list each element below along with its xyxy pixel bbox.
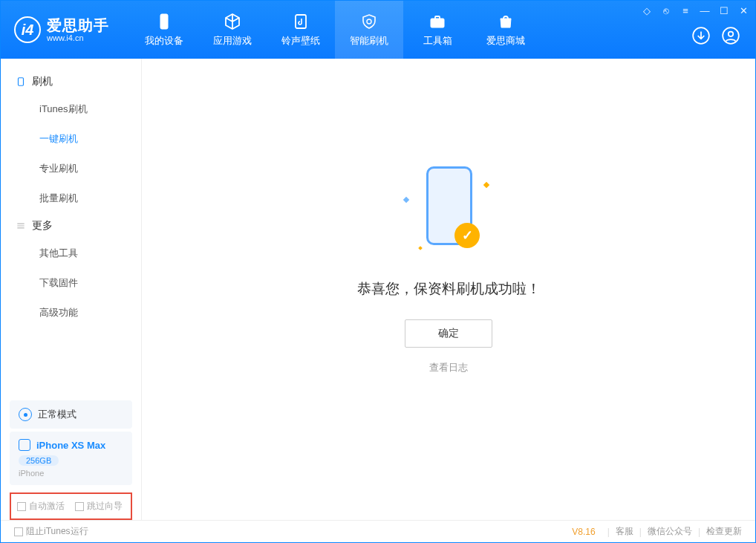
highlighted-options: 自动激活 跳过向导 bbox=[10, 492, 132, 520]
close-button[interactable]: ✕ bbox=[737, 5, 749, 16]
sidebar-item-other-tools[interactable]: 其他工具 bbox=[1, 238, 141, 268]
device-name: iPhone XS Max bbox=[36, 440, 105, 451]
device-icon bbox=[16, 77, 26, 87]
view-log-link[interactable]: 查看日志 bbox=[429, 361, 468, 374]
footer: 阻止iTunes运行 V8.16 | 客服 | 微信公众号 | 检查更新 bbox=[1, 520, 755, 542]
nav-label: 铃声壁纸 bbox=[281, 34, 320, 48]
section-label: 更多 bbox=[32, 219, 53, 233]
checkbox-block-itunes[interactable]: 阻止iTunes运行 bbox=[14, 525, 88, 538]
checkbox-icon bbox=[14, 527, 23, 536]
wechat-link[interactable]: 微信公众号 bbox=[648, 525, 692, 538]
refresh-shield-icon bbox=[359, 12, 379, 31]
sidebar: 刷机 iTunes刷机 一键刷机 专业刷机 批量刷机 更多 其他工具 下载固件 … bbox=[1, 59, 142, 520]
bag-icon bbox=[496, 12, 515, 31]
svg-point-6 bbox=[729, 32, 734, 37]
sidebar-section-flash: 刷机 bbox=[1, 69, 141, 94]
window-controls: ◇ ⎋ ≡ — ☐ ✕ bbox=[641, 5, 749, 16]
section-label: 刷机 bbox=[32, 75, 53, 88]
download-icon[interactable] bbox=[691, 26, 711, 48]
nav-toolbox[interactable]: 工具箱 bbox=[403, 1, 472, 59]
app-logo: i4 爱思助手 www.i4.cn bbox=[1, 16, 123, 43]
checkbox-auto-activate[interactable]: 自动激活 bbox=[17, 500, 65, 513]
check-update-link[interactable]: 检查更新 bbox=[706, 525, 742, 538]
svg-rect-3 bbox=[435, 16, 440, 19]
checkbox-label: 自动激活 bbox=[29, 500, 65, 513]
device-capacity: 256GB bbox=[19, 455, 59, 466]
menu-icon[interactable]: ≡ bbox=[680, 5, 691, 16]
support-link[interactable]: 客服 bbox=[616, 525, 633, 538]
nav-label: 我的设备 bbox=[145, 34, 183, 48]
top-nav: 我的设备 应用游戏 铃声壁纸 智能刷机 工具箱 爱思商城 bbox=[130, 1, 540, 59]
success-message: 恭喜您，保资料刷机成功啦！ bbox=[357, 279, 541, 299]
version-label: V8.16 bbox=[572, 527, 595, 537]
device-mode-box[interactable]: 正常模式 bbox=[10, 400, 132, 429]
checkbox-label: 跳过向导 bbox=[87, 500, 123, 513]
sidebar-item-pro-flash[interactable]: 专业刷机 bbox=[1, 154, 141, 183]
nav-label: 工具箱 bbox=[423, 34, 452, 48]
device-type: iPhone bbox=[19, 469, 123, 478]
nav-ringtones[interactable]: 铃声壁纸 bbox=[267, 1, 335, 59]
checkbox-label: 阻止iTunes运行 bbox=[26, 525, 88, 538]
cube-icon bbox=[223, 12, 242, 31]
nav-apps-games[interactable]: 应用游戏 bbox=[198, 1, 267, 59]
svg-rect-1 bbox=[296, 15, 306, 28]
header: i4 爱思助手 www.i4.cn 我的设备 应用游戏 铃声壁纸 智能刷机 工具… bbox=[1, 1, 755, 59]
success-illustration: ✓ bbox=[397, 160, 501, 264]
checkbox-icon bbox=[17, 502, 26, 511]
sidebar-item-download-firmware[interactable]: 下载固件 bbox=[1, 268, 141, 298]
minimize-button[interactable]: — bbox=[699, 5, 711, 16]
checkbox-icon bbox=[75, 502, 84, 511]
music-icon bbox=[291, 12, 310, 31]
lock-icon[interactable]: ⎋ bbox=[660, 5, 672, 16]
ok-button[interactable]: 确定 bbox=[405, 319, 492, 348]
checkbox-skip-guide[interactable]: 跳过向导 bbox=[75, 500, 123, 513]
logo-subtitle: www.i4.cn bbox=[47, 33, 109, 42]
sidebar-item-oneclick-flash[interactable]: 一键刷机 bbox=[1, 124, 141, 154]
svg-point-5 bbox=[723, 27, 739, 44]
sidebar-item-advanced[interactable]: 高级功能 bbox=[1, 298, 141, 328]
toolbox-icon bbox=[428, 12, 447, 31]
list-icon bbox=[16, 221, 26, 231]
success-check-icon: ✓ bbox=[454, 223, 480, 248]
sidebar-item-batch-flash[interactable]: 批量刷机 bbox=[1, 183, 141, 213]
phone-icon bbox=[154, 12, 174, 31]
nav-my-device[interactable]: 我的设备 bbox=[130, 1, 198, 59]
device-icon bbox=[19, 439, 30, 451]
mode-label: 正常模式 bbox=[38, 408, 76, 421]
sidebar-section-more: 更多 bbox=[1, 213, 141, 238]
logo-title: 爱思助手 bbox=[47, 17, 109, 33]
svg-rect-0 bbox=[160, 14, 168, 29]
logo-icon: i4 bbox=[14, 16, 41, 43]
main-content: ✓ 恭喜您，保资料刷机成功啦！ 确定 查看日志 bbox=[142, 59, 755, 520]
mode-icon bbox=[19, 408, 32, 421]
shirt-icon[interactable]: ◇ bbox=[641, 5, 653, 16]
maximize-button[interactable]: ☐ bbox=[718, 5, 730, 16]
nav-label: 应用游戏 bbox=[213, 34, 252, 48]
nav-label: 爱思商城 bbox=[486, 34, 525, 48]
nav-label: 智能刷机 bbox=[350, 34, 388, 48]
nav-store[interactable]: 爱思商城 bbox=[472, 1, 540, 59]
header-actions bbox=[691, 26, 740, 48]
nav-flash[interactable]: 智能刷机 bbox=[335, 1, 403, 59]
sidebar-item-itunes-flash[interactable]: iTunes刷机 bbox=[1, 94, 141, 124]
user-icon[interactable] bbox=[721, 26, 740, 48]
device-info-box[interactable]: iPhone XS Max 256GB iPhone bbox=[10, 432, 132, 485]
svg-rect-7 bbox=[19, 78, 24, 86]
